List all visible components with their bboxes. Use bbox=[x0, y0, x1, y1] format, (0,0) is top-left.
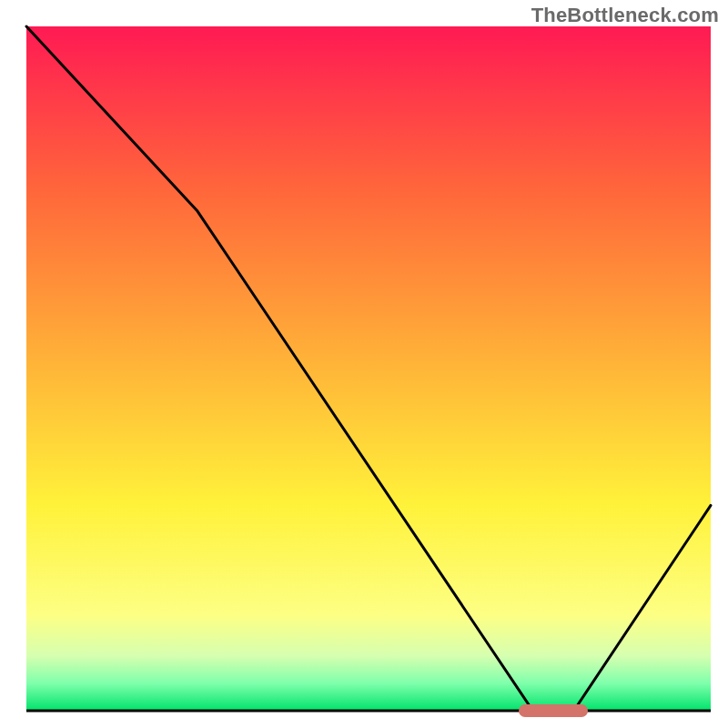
plot-svg bbox=[0, 0, 728, 728]
plot-background bbox=[26, 26, 711, 711]
watermark-text: TheBottleneck.com bbox=[531, 4, 719, 27]
optimal-range-marker bbox=[519, 704, 587, 717]
chart-canvas: TheBottleneck.com bbox=[0, 0, 728, 728]
